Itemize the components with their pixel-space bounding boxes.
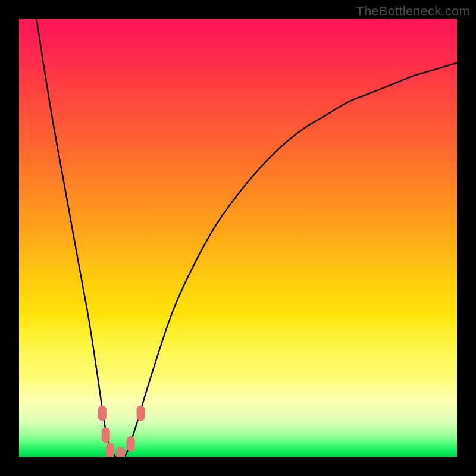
plot-area (19, 19, 457, 457)
curve-markers (98, 405, 145, 457)
curve-marker (117, 447, 125, 457)
curve-marker (98, 405, 107, 421)
curve-layer (19, 19, 457, 457)
chart-frame: TheBottleneck.com (0, 0, 476, 476)
curve-marker (106, 443, 114, 457)
watermark-text: TheBottleneck.com (356, 4, 470, 19)
curve-marker (137, 405, 145, 421)
curve-marker (127, 436, 135, 452)
curve-marker (102, 427, 110, 443)
bottleneck-curve (36, 19, 457, 457)
